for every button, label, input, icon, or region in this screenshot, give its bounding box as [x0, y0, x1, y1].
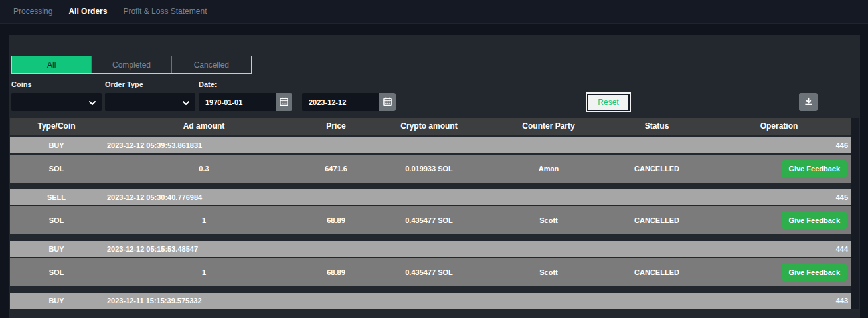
order-price: 68.89 [305, 216, 367, 224]
table-header: Type/Coin Ad amount Price Crypto amount … [10, 118, 851, 135]
column-header: Counter Party [491, 121, 606, 131]
top-nav: Processing All Orders Profit & Loss Stat… [0, 0, 868, 24]
order-group-header-row: BUY2023-12-12 05:15:53.48547444 [10, 241, 851, 257]
calendar-button-from[interactable] [276, 93, 292, 111]
calendar-icon [280, 97, 288, 108]
give-feedback-button[interactable]: Give Feedback [782, 212, 847, 229]
chevron-down-icon [88, 98, 96, 110]
order-coin: SOL [10, 268, 103, 276]
order-operation-cell: Give Feedback [707, 160, 851, 177]
order-datetime: 2023-12-12 05:30:40.776984 [103, 193, 707, 201]
filter-tab-completed[interactable]: Completed [91, 56, 171, 73]
order-type-select[interactable] [105, 93, 195, 111]
column-header: Price [305, 121, 367, 131]
column-header: Type/Coin [10, 121, 103, 131]
order-coin: SOL [10, 165, 103, 173]
download-icon [804, 97, 813, 108]
order-detail-row: SOL168.890.435477 SOLScottCANCELLEDGive … [10, 258, 851, 286]
date-from-input[interactable] [199, 93, 276, 111]
order-type: BUY [10, 297, 103, 305]
order-group-header-row: BUY2023-12-12 05:39:53.861831446 [10, 137, 851, 153]
order-crypto-amount: 0.435477 SOL [367, 268, 491, 276]
order-id: 443 [707, 297, 851, 305]
order-ad-amount: 0.3 [103, 165, 305, 173]
order-id: 445 [707, 193, 851, 201]
column-header: Crypto amount [367, 121, 491, 131]
order-datetime: 2023-12-12 05:15:53.48547 [103, 245, 707, 253]
filter-tab-all[interactable]: All [12, 56, 91, 73]
give-feedback-button[interactable]: Give Feedback [782, 264, 847, 281]
column-header: Status [606, 121, 707, 131]
filter-tab-cancelled[interactable]: Cancelled [171, 56, 251, 73]
order-counter-party: Scott [491, 216, 606, 224]
calendar-button-to[interactable] [379, 93, 396, 111]
order-id: 446 [707, 141, 851, 149]
order-price: 68.89 [305, 268, 367, 276]
column-header: Ad amount [103, 121, 305, 131]
orders-table-body: BUY2023-12-12 05:39:53.861831446SOL0.364… [10, 137, 851, 309]
chevron-down-icon [182, 98, 190, 110]
order-group-header-row: SELL2023-12-12 05:30:40.776984445 [10, 189, 851, 205]
order-ad-amount: 1 [103, 216, 305, 224]
screen: Processing All Orders Profit & Loss Stat… [0, 0, 868, 318]
order-crypto-amount: 0.435477 SOL [367, 216, 491, 224]
order-price: 6471.6 [305, 165, 367, 173]
date-label: Date: [199, 80, 217, 88]
order-type: SELL [10, 193, 103, 201]
order-operation-cell: Give Feedback [707, 212, 851, 229]
order-operation-cell: Give Feedback [707, 264, 851, 281]
order-datetime: 2023-12-12 05:39:53.861831 [103, 141, 707, 149]
date-to-group [302, 93, 396, 111]
calendar-icon [383, 97, 392, 108]
orders-panel: All Completed Cancelled Coins Order Type… [9, 35, 860, 318]
coins-label: Coins [11, 80, 105, 88]
order-id: 444 [707, 245, 851, 253]
order-type: BUY [10, 245, 103, 253]
filter-controls: Reset [11, 93, 859, 111]
table-scrollbar[interactable] [851, 118, 859, 309]
orders-table: Type/Coin Ad amount Price Crypto amount … [10, 118, 859, 309]
date-from-group [199, 93, 292, 111]
order-counter-party: Aman [491, 165, 606, 173]
order-counter-party: Scott [491, 268, 606, 276]
order-status: CANCELLED [606, 216, 707, 224]
reset-button[interactable]: Reset [587, 94, 630, 111]
order-detail-row: SOL0.36471.60.019933 SOLAmanCANCELLEDGiv… [10, 155, 851, 183]
download-button[interactable] [799, 93, 818, 111]
order-crypto-amount: 0.019933 SOL [367, 165, 491, 173]
column-header: Operation [707, 121, 851, 131]
order-type-label: Order Type [105, 80, 199, 88]
nav-tab-profit-loss[interactable]: Profit & Loss Statement [123, 7, 207, 16]
nav-tab-processing[interactable]: Processing [13, 7, 52, 16]
order-status: CANCELLED [606, 165, 707, 173]
order-coin: SOL [10, 216, 103, 224]
nav-tab-all-orders[interactable]: All Orders [68, 7, 107, 16]
coins-select[interactable] [11, 93, 102, 111]
status-filter-tabs: All Completed Cancelled [11, 56, 252, 74]
give-feedback-button[interactable]: Give Feedback [782, 160, 847, 177]
order-status: CANCELLED [606, 268, 707, 276]
filter-labels: Coins Order Type Date: [11, 80, 859, 88]
order-datetime: 2023-12-11 15:15:39.575332 [103, 297, 707, 305]
date-to-input[interactable] [302, 93, 379, 111]
order-group-header-row: BUY2023-12-11 15:15:39.575332443 [10, 293, 851, 309]
order-type: BUY [10, 141, 103, 149]
order-ad-amount: 1 [103, 268, 305, 276]
order-detail-row: SOL168.890.435477 SOLScottCANCELLEDGive … [10, 206, 851, 234]
